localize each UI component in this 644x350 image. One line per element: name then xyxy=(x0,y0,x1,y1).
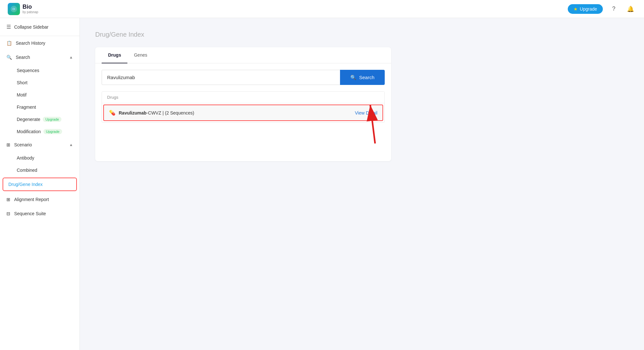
help-icon: ? xyxy=(612,5,615,12)
tabs-bar: Drugs Genes xyxy=(95,47,391,63)
tab-drugs-label: Drugs xyxy=(108,52,121,58)
sidebar-item-drug-gene-index[interactable]: Drug/Gene Index xyxy=(3,178,77,191)
header-right: ★ Upgrade ? 🔔 xyxy=(568,3,636,15)
logo-bio: Bio xyxy=(23,4,38,10)
sequence-suite-label: Sequence Suite xyxy=(14,211,46,216)
bars-icon: ☰ xyxy=(6,24,11,30)
search-button[interactable]: 🔍 Search xyxy=(340,70,385,85)
search-nav-icon: 🔍 xyxy=(6,55,12,60)
page-title: Drug/Gene Index xyxy=(95,31,629,38)
bell-icon: 🔔 xyxy=(627,5,634,13)
arrow-annotation xyxy=(95,129,391,161)
dropdown-category-label: Drugs xyxy=(102,92,384,103)
result-row-ravulizumab[interactable]: 💊 Ravulizumab-CWVZ | (2 Sequences) View … xyxy=(103,105,383,121)
logo-icon xyxy=(8,3,20,15)
sidebar-group-search[interactable]: 🔍 Search ▲ xyxy=(0,50,79,64)
sidebar-item-motif[interactable]: Motif xyxy=(0,89,79,101)
result-name-rest: -CWVZ | (2 Sequences) xyxy=(146,110,194,115)
sidebar-item-alignment-report[interactable]: ⊞ Alignment Report xyxy=(0,192,79,207)
modification-label: Modification xyxy=(17,129,41,134)
sidebar-item-short[interactable]: Short xyxy=(0,77,79,89)
fragment-label: Fragment xyxy=(17,105,36,110)
sidebar: ☰ Collapse Sidebar 📋 Search History 🔍 Se… xyxy=(0,18,80,350)
search-history-label: Search History xyxy=(16,41,45,46)
search-group-label: Search xyxy=(16,55,30,60)
svg-point-1 xyxy=(13,8,14,10)
sidebar-item-sequence-suite[interactable]: ⊟ Sequence Suite xyxy=(0,207,79,221)
header: Bio by patsnap ★ Upgrade ? 🔔 xyxy=(0,0,644,18)
chevron-up-icon: ▲ xyxy=(69,55,73,60)
search-input-wrap xyxy=(102,70,340,85)
sidebar-item-antibody[interactable]: Antibody xyxy=(0,152,79,164)
search-btn-label: Search xyxy=(359,75,374,80)
view-detail-link[interactable]: View Detail xyxy=(355,110,377,115)
view-detail-label: View Detail xyxy=(355,110,377,115)
scenario-group-label: Scenario xyxy=(14,142,32,147)
sidebar-group-scenario[interactable]: ⊞ Scenario ▲ xyxy=(0,138,79,152)
result-name-bold: Ravulizumab xyxy=(119,110,146,115)
result-drug-name: Ravulizumab-CWVZ | (2 Sequences) xyxy=(119,110,194,115)
search-results-dropdown: Drugs 💊 Ravulizumab-CWVZ | (2 Sequences)… xyxy=(102,91,385,123)
sequences-label: Sequences xyxy=(17,68,39,73)
history-icon: 📋 xyxy=(6,41,12,46)
logo-area: Bio by patsnap xyxy=(8,3,38,15)
sidebar-item-search-history[interactable]: 📋 Search History xyxy=(0,36,79,50)
antibody-label: Antibody xyxy=(17,155,34,161)
degenerate-label: Degenerate xyxy=(17,117,40,122)
logo-sub: by patsnap xyxy=(23,10,38,14)
chevron-up-icon-2: ▲ xyxy=(69,143,73,147)
tab-genes-label: Genes xyxy=(134,52,147,58)
alignment-icon: ⊞ xyxy=(6,197,10,202)
layout: ☰ Collapse Sidebar 📋 Search History 🔍 Se… xyxy=(0,18,644,350)
collapse-sidebar-label: Collapse Sidebar xyxy=(14,24,49,30)
modification-upgrade-badge: Upgrade xyxy=(43,129,62,134)
pill-icon: 💊 xyxy=(109,110,115,116)
star-icon: ★ xyxy=(574,6,578,12)
drug-gene-index-label: Drug/Gene Index xyxy=(8,182,43,187)
sidebar-item-sequences[interactable]: Sequences xyxy=(0,64,79,77)
sidebar-item-modification[interactable]: Modification Upgrade xyxy=(0,125,79,138)
combined-label: Combined xyxy=(17,168,37,173)
alignment-report-label: Alignment Report xyxy=(14,197,49,202)
help-button[interactable]: ? xyxy=(608,3,620,15)
sidebar-item-combined[interactable]: Combined xyxy=(0,164,79,176)
scenario-icon: ⊞ xyxy=(6,142,10,147)
degenerate-upgrade-badge: Upgrade xyxy=(43,117,61,122)
short-label: Short xyxy=(17,80,27,85)
notification-button[interactable]: 🔔 xyxy=(625,3,636,15)
upgrade-label: Upgrade xyxy=(580,6,597,12)
upgrade-button[interactable]: ★ Upgrade xyxy=(568,4,603,14)
tab-genes[interactable]: Genes xyxy=(127,47,153,63)
sidebar-item-fragment[interactable]: Fragment xyxy=(0,101,79,113)
drug-gene-card: Drugs Genes 🔍 Search Drugs xyxy=(95,47,391,161)
collapse-sidebar-button[interactable]: ☰ Collapse Sidebar xyxy=(0,18,79,36)
motif-label: Motif xyxy=(17,92,26,97)
sidebar-item-degenerate[interactable]: Degenerate Upgrade xyxy=(0,113,79,125)
search-area: 🔍 Search xyxy=(95,63,391,91)
suite-icon: ⊟ xyxy=(6,211,10,216)
tab-drugs[interactable]: Drugs xyxy=(102,47,127,63)
logo-text: Bio by patsnap xyxy=(23,4,38,14)
search-btn-icon: 🔍 xyxy=(350,75,356,80)
drug-search-input[interactable] xyxy=(102,70,340,85)
main-content: Drug/Gene Index Drugs Genes 🔍 Search xyxy=(80,18,644,350)
